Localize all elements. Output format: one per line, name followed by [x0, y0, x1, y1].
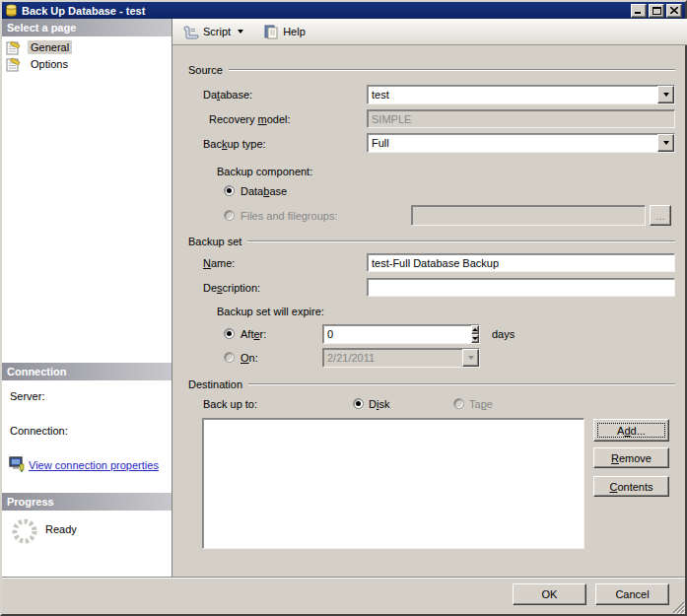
expire-date-value: 2/21/2011: [323, 349, 462, 367]
view-connection-properties-link[interactable]: View connection properties: [29, 459, 159, 471]
destination-group-header: Destination: [188, 377, 675, 390]
sidebar-item-general[interactable]: General: [6, 39, 72, 55]
help-button-label: Help: [283, 26, 306, 37]
spin-down-icon[interactable]: [471, 334, 479, 343]
database-radio-label: Database: [240, 185, 287, 198]
help-button[interactable]: Help: [258, 21, 310, 42]
server-label: Server:: [10, 390, 44, 403]
backup-type-select-value: Full: [368, 134, 657, 152]
spin-up-icon[interactable]: [471, 325, 479, 334]
recovery-model-field: SIMPLE: [367, 109, 675, 128]
group-divider: [247, 240, 675, 242]
chevron-down-icon[interactable]: [238, 30, 243, 34]
chevron-down-icon[interactable]: [657, 134, 674, 152]
page-icon: [6, 40, 22, 55]
group-divider: [229, 69, 675, 71]
expire-label: Backup set will expire:: [217, 306, 324, 318]
browse-button: ...: [650, 205, 671, 226]
database-select-value: test: [368, 86, 657, 103]
backup-database-dialog: Back Up Database - test Select a page Ge…: [0, 0, 687, 616]
description-label: Description:: [203, 282, 260, 295]
resize-grip[interactable]: [672, 600, 685, 616]
script-button-label: Script: [203, 26, 231, 37]
toolbar: Script Help: [172, 19, 687, 45]
contents-button[interactable]: Contents: [593, 476, 669, 497]
name-input[interactable]: [367, 253, 675, 272]
connection-properties-icon: [9, 456, 26, 476]
connection-label: Connection:: [10, 425, 68, 438]
source-group-title: Source: [188, 64, 223, 76]
database-select[interactable]: test: [367, 85, 675, 104]
maximize-button[interactable]: [649, 4, 664, 18]
files-filegroups-radio-label: Files and filegroups:: [240, 210, 337, 223]
sidebar-item-label: General: [28, 40, 72, 54]
destination-group-title: Destination: [188, 378, 242, 390]
tape-radio[interactable]: [453, 398, 464, 409]
page-icon: [6, 57, 22, 72]
progress-header: Progress: [2, 493, 172, 511]
name-label: Name:: [203, 257, 235, 270]
script-button[interactable]: Script: [178, 21, 248, 42]
chevron-down-icon[interactable]: [657, 86, 674, 103]
files-filegroups-input: [411, 205, 646, 226]
disk-radio[interactable]: [353, 398, 364, 409]
database-radio[interactable]: [224, 185, 235, 196]
on-radio[interactable]: [224, 352, 235, 363]
chevron-down-icon: [462, 349, 479, 367]
progress-spinner-icon: [10, 516, 39, 550]
backup-type-label: Backup type:: [203, 138, 266, 151]
expire-date-picker: 2/21/2011: [322, 348, 480, 368]
titlebar[interactable]: Back Up Database - test: [2, 2, 685, 19]
minimize-button[interactable]: [631, 4, 647, 18]
description-input[interactable]: [367, 278, 675, 297]
add-button[interactable]: Add...: [593, 419, 669, 442]
window-title: Back Up Database - test: [22, 5, 629, 17]
remove-button[interactable]: Remove: [593, 447, 669, 468]
ok-button[interactable]: OK: [513, 583, 586, 605]
backup-set-group-title: Backup set: [188, 236, 241, 247]
on-radio-label: On:: [240, 352, 258, 365]
status-text: Ready: [45, 523, 77, 536]
days-label: days: [492, 328, 515, 341]
script-icon: [183, 25, 199, 39]
after-radio-label: After:: [240, 328, 266, 341]
backup-component-label: Backup component:: [217, 166, 312, 178]
after-radio[interactable]: [224, 328, 235, 339]
backup-type-select[interactable]: Full: [367, 133, 675, 153]
sidebar-divider: [172, 19, 172, 577]
help-icon: [263, 25, 279, 39]
source-group-header: Source: [188, 63, 675, 76]
after-days-stepper[interactable]: [322, 324, 480, 344]
backup-set-group-header: Backup set: [188, 235, 675, 247]
tape-radio-label: Tape: [469, 398, 493, 411]
select-a-page-header: Select a page: [2, 19, 172, 36]
back-up-to-label: Back up to:: [203, 398, 257, 411]
group-divider: [248, 383, 675, 385]
files-filegroups-radio[interactable]: [224, 210, 235, 221]
footer-divider: [2, 577, 685, 579]
close-button[interactable]: [666, 4, 682, 18]
database-label: Database:: [203, 89, 252, 102]
cancel-button[interactable]: Cancel: [595, 583, 669, 605]
connection-header: Connection: [2, 363, 172, 380]
recovery-model-label: Recovery model:: [209, 113, 291, 126]
database-icon: [5, 4, 18, 17]
sidebar-item-label: Options: [28, 57, 71, 71]
sidebar-item-options[interactable]: Options: [6, 56, 71, 72]
destination-list[interactable]: [202, 418, 584, 549]
disk-radio-label: Disk: [369, 398, 389, 411]
after-days-input[interactable]: [323, 325, 471, 343]
